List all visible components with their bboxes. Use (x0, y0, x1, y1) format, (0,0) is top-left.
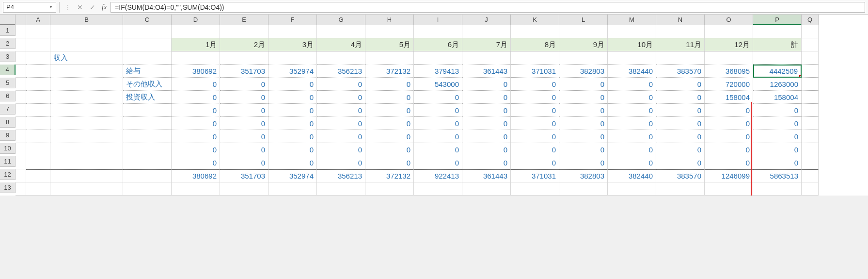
cell-H8[interactable]: 0 (365, 117, 414, 130)
cell-O5[interactable]: 720000 (705, 78, 753, 91)
cell-O13[interactable] (705, 182, 753, 196)
row-header-13[interactable]: 13 (0, 182, 16, 193)
cell-B5[interactable] (50, 78, 123, 91)
cell-M1[interactable] (608, 25, 656, 38)
cancel-button[interactable]: ✕ (75, 2, 85, 13)
cell-P12[interactable]: 5863513 (753, 169, 802, 182)
cell-M12[interactable]: 382440 (608, 169, 656, 182)
cell-L13[interactable] (559, 182, 608, 196)
cell-A8[interactable] (26, 117, 50, 130)
cell-O1[interactable] (705, 25, 753, 38)
cell-I12[interactable]: 922413 (414, 169, 462, 182)
row-header-1[interactable]: 1 (0, 25, 16, 36)
cell-D2[interactable]: 1月 (172, 38, 220, 51)
fx-label[interactable]: fx (100, 3, 109, 11)
cell-B1[interactable] (50, 25, 123, 38)
chevron-down-icon[interactable]: ▼ (49, 5, 53, 9)
col-header-B[interactable]: B (50, 15, 123, 25)
category-4[interactable]: 給与 (123, 65, 172, 78)
cell-L8[interactable]: 0 (559, 117, 608, 130)
row-header-11[interactable]: 11 (0, 156, 16, 167)
cell-A2[interactable] (26, 38, 50, 51)
cell-N12[interactable]: 383570 (656, 169, 705, 182)
cell-P10[interactable]: 0 (753, 143, 802, 156)
cell-M9[interactable]: 0 (608, 130, 656, 143)
cell-L11[interactable]: 0 (559, 156, 608, 169)
cell-C11[interactable] (123, 156, 172, 169)
col-header-M[interactable]: M (608, 15, 656, 25)
cell-P4[interactable]: 4442509 (753, 65, 802, 78)
cell-M13[interactable] (608, 182, 656, 196)
cell-A12[interactable] (26, 169, 50, 182)
cell-P7[interactable]: 0 (753, 104, 802, 117)
cell-Q1[interactable] (802, 25, 819, 38)
cell-O7[interactable]: 0 (705, 104, 753, 117)
col-header-P[interactable]: P (753, 15, 802, 25)
cell-N3[interactable] (656, 51, 705, 65)
col-header-H[interactable]: H (365, 15, 414, 25)
cell-D13[interactable] (172, 182, 220, 196)
cell-H5[interactable]: 0 (365, 78, 414, 91)
cell-F4[interactable]: 352974 (268, 65, 317, 78)
cell-G11[interactable]: 0 (317, 156, 365, 169)
cell-A3[interactable] (26, 51, 50, 65)
cell-P9[interactable]: 0 (753, 130, 802, 143)
cell-J8[interactable]: 0 (462, 117, 511, 130)
formula-input[interactable]: =IF(SUM(D4:O4)=0,"",SUM(D4:O4)) (110, 2, 865, 13)
cell-H6[interactable]: 0 (365, 91, 414, 104)
cell-J7[interactable]: 0 (462, 104, 511, 117)
cell-D9[interactable]: 0 (172, 130, 220, 143)
col-header-A[interactable]: A (26, 15, 50, 25)
col-header-G[interactable]: G (317, 15, 365, 25)
cell-G9[interactable]: 0 (317, 130, 365, 143)
cell-N7[interactable]: 0 (656, 104, 705, 117)
cell-J11[interactable]: 0 (462, 156, 511, 169)
cell-C10[interactable] (123, 143, 172, 156)
cell-D4[interactable]: 380692 (172, 65, 220, 78)
col-header-J[interactable]: J (462, 15, 511, 25)
cell-I9[interactable]: 0 (414, 130, 462, 143)
cell-Q6[interactable] (802, 91, 819, 104)
cell-I8[interactable]: 0 (414, 117, 462, 130)
cell-F12[interactable]: 352974 (268, 169, 317, 182)
cell-L3[interactable] (559, 51, 608, 65)
cell-B11[interactable] (50, 156, 123, 169)
cell-E5[interactable]: 0 (220, 78, 268, 91)
col-header-O[interactable]: O (705, 15, 753, 25)
cell-O11[interactable]: 0 (705, 156, 753, 169)
cell-J10[interactable]: 0 (462, 143, 511, 156)
cell-E13[interactable] (220, 182, 268, 196)
cell-O2[interactable]: 12月 (705, 38, 753, 51)
cell-B7[interactable] (50, 104, 123, 117)
cell-P2[interactable]: 計 (753, 38, 802, 51)
cell-L4[interactable]: 382803 (559, 65, 608, 78)
cell-B4[interactable] (50, 65, 123, 78)
cell-I5[interactable]: 543000 (414, 78, 462, 91)
cell-P5[interactable]: 1263000 (753, 78, 802, 91)
cell-L6[interactable]: 0 (559, 91, 608, 104)
cell-E9[interactable]: 0 (220, 130, 268, 143)
cell-N11[interactable]: 0 (656, 156, 705, 169)
cell-E10[interactable]: 0 (220, 143, 268, 156)
cell-M8[interactable]: 0 (608, 117, 656, 130)
cell-H2[interactable]: 5月 (365, 38, 414, 51)
cell-Q5[interactable] (802, 78, 819, 91)
col-header-Q[interactable]: Q (802, 15, 819, 25)
cell-A4[interactable] (26, 65, 50, 78)
col-header-E[interactable]: E (220, 15, 268, 25)
cell-G6[interactable]: 0 (317, 91, 365, 104)
cell-G8[interactable]: 0 (317, 117, 365, 130)
cell-L1[interactable] (559, 25, 608, 38)
cell-N5[interactable]: 0 (656, 78, 705, 91)
cell-A1[interactable] (26, 25, 50, 38)
cell-E4[interactable]: 351703 (220, 65, 268, 78)
section-income[interactable]: 収入 (50, 51, 123, 65)
row-header-10[interactable]: 10 (0, 143, 16, 154)
cell-E7[interactable]: 0 (220, 104, 268, 117)
cell-L10[interactable]: 0 (559, 143, 608, 156)
name-box[interactable]: P4 ▼ (3, 2, 56, 13)
row-header-9[interactable]: 9 (0, 130, 16, 141)
cell-N8[interactable]: 0 (656, 117, 705, 130)
col-header-N[interactable]: N (656, 15, 705, 25)
cell-I4[interactable]: 379413 (414, 65, 462, 78)
